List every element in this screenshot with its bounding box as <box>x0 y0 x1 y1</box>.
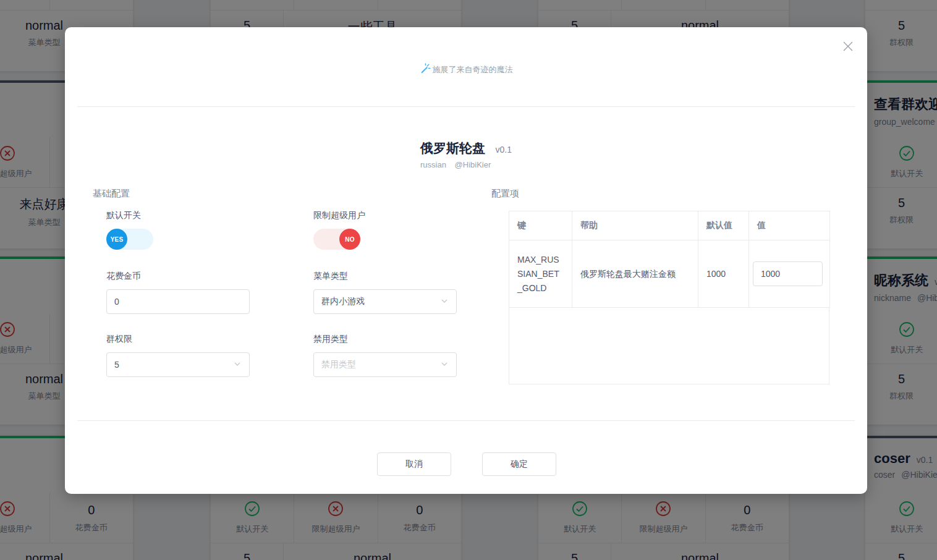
column-header-value: 值 <box>749 211 830 240</box>
config-value-input[interactable] <box>753 261 823 286</box>
group-level-label: 群权限 <box>106 334 250 345</box>
config-items-table: 键 帮助 默认值 值 MAX_RUSSIAN_BET_GOLD 俄罗斯轮盘最大赌… <box>509 211 829 384</box>
default-switch-label: 默认开关 <box>106 210 250 221</box>
confirm-button[interactable]: 确定 <box>482 452 556 476</box>
menu-type-value: 群内小游戏 <box>321 296 365 307</box>
table-row: MAX_RUSSIAN_BET_GOLD 俄罗斯轮盘最大赌注金额 1000 <box>509 240 830 308</box>
plugin-header: 俄罗斯轮盘 v0.1 russian @HibiKier <box>65 140 867 170</box>
config-default-cell: 1000 <box>698 240 749 308</box>
block-type-label: 禁用类型 <box>313 334 457 345</box>
plugin-module: russian <box>420 160 446 169</box>
block-type-placeholder: 禁用类型 <box>321 359 356 370</box>
header-divider <box>77 106 855 107</box>
menu-type-select[interactable]: 群内小游戏 <box>313 289 457 314</box>
default-switch-knob: YES <box>106 229 127 250</box>
block-type-select[interactable]: 禁用类型 <box>313 352 457 377</box>
default-switch-toggle[interactable]: YES <box>106 229 153 250</box>
column-header-key: 键 <box>509 211 572 240</box>
plugin-version: v0.1 <box>495 145 511 155</box>
config-help-cell: 俄罗斯轮盘最大赌注金额 <box>572 240 698 308</box>
limit-superuser-knob: NO <box>339 229 360 250</box>
cost-gold-label: 花费金币 <box>106 271 250 282</box>
magic-wand-icon <box>420 63 431 76</box>
column-header-default: 默认值 <box>698 211 749 240</box>
menu-type-label: 菜单类型 <box>313 271 457 282</box>
plugin-title: 俄罗斯轮盘 <box>420 141 485 155</box>
plugin-settings-modal: 施展了来自奇迹的魔法 俄罗斯轮盘 v0.1 russian @HibiKier … <box>65 27 867 494</box>
plugin-author: @HibiKier <box>455 160 491 169</box>
section-basic-config: 基础配置 <box>93 188 130 200</box>
chevron-down-icon <box>440 360 449 370</box>
limit-superuser-toggle[interactable]: NO <box>313 229 360 250</box>
limit-superuser-label: 限制超级用户 <box>313 210 457 221</box>
group-level-select[interactable]: 5 <box>106 352 250 377</box>
magic-text: 施展了来自奇迹的魔法 <box>433 64 513 75</box>
table-empty-area <box>509 308 829 384</box>
column-header-help: 帮助 <box>572 211 698 240</box>
config-key-cell: MAX_RUSSIAN_BET_GOLD <box>509 240 572 308</box>
magic-banner: 施展了来自奇迹的魔法 <box>65 63 867 76</box>
footer-divider <box>77 420 855 421</box>
close-icon[interactable] <box>841 40 855 53</box>
cost-gold-input[interactable] <box>106 289 250 314</box>
chevron-down-icon <box>440 297 449 307</box>
cancel-button[interactable]: 取消 <box>377 452 451 476</box>
chevron-down-icon <box>233 360 242 370</box>
group-level-value: 5 <box>114 360 119 370</box>
section-config-items: 配置项 <box>491 188 519 200</box>
